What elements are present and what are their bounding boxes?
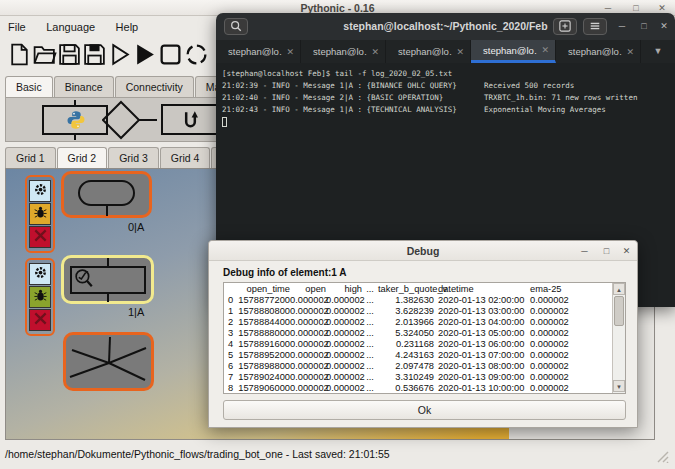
delete-x-icon (33, 228, 48, 247)
tab-grid-1[interactable]: Grid 1 (5, 147, 56, 168)
tab-basic[interactable]: Basic (5, 76, 53, 97)
menu-file[interactable]: File (0, 18, 34, 33)
terminal-search-button[interactable] (224, 18, 248, 35)
ok-button[interactable]: Ok (223, 400, 626, 420)
save-as-icon[interactable] (82, 42, 107, 67)
stop-icon[interactable] (158, 42, 183, 67)
element-1A-label: 1|A (128, 306, 144, 318)
maximize-icon[interactable]: □ (599, 243, 614, 259)
kill-icon[interactable] (184, 42, 209, 67)
menu-language[interactable]: Language (38, 18, 103, 33)
debug-table-row: 815789060000.0000020.000002...0.53667620… (226, 383, 611, 394)
debug-info-label: Debug info of element:1 A (223, 267, 347, 278)
scroll-up-icon[interactable]: ▲ (613, 283, 625, 295)
debug-table-row: 715789024000.0000020.000002...3.31024920… (226, 372, 611, 383)
debug-titlebar: Debug ─ □ ✕ (209, 241, 637, 261)
gear-icon (33, 182, 48, 201)
python-element-symbol[interactable] (42, 102, 108, 138)
delete-x-icon (33, 311, 48, 330)
terminal-cursor (222, 117, 227, 127)
terminal-tab[interactable]: stephan@lo…✕ (556, 40, 641, 63)
debug-table-row: 615788988000.0000020.000002...2.09747820… (226, 361, 611, 372)
new-tab-icon (559, 18, 571, 36)
scroll-down-icon[interactable]: ▼ (613, 380, 625, 392)
terminal-tab[interactable]: stephan@lo…✕ (471, 40, 556, 63)
tab-close-icon[interactable]: ✕ (371, 47, 379, 57)
tab-grid-4[interactable]: Grid 4 (160, 147, 211, 168)
terminal-tab[interactable]: stephan@lo…✕ (216, 40, 301, 63)
terminal-tab-label: stephan@lo… (313, 46, 367, 57)
scrollbar-thumb[interactable] (614, 296, 624, 326)
terminal-tab[interactable]: stephan@lo…✕ (301, 40, 386, 63)
tab-connectivity[interactable]: Connectivity (115, 76, 194, 97)
debug-table-row: 015788772000.0000020.000002...1.38263020… (226, 295, 611, 306)
element-1A-delete-button[interactable] (29, 309, 51, 331)
bug-icon (33, 205, 48, 224)
tab-close-icon[interactable]: ✕ (626, 47, 634, 57)
terminal-output: [stephan@localhost Feb]$ tail -f log_202… (222, 68, 675, 116)
debug-table-row: 315788880000.0000020.000002...5.32405020… (226, 328, 611, 339)
tab-close-icon[interactable]: ✕ (456, 47, 464, 57)
debug-table-header: open_timeopenhigh...taker_b_quote_vdatet… (226, 284, 611, 295)
debug-table-row: 115788808000.0000020.000002...3.62823920… (226, 306, 611, 317)
debug-dialog: Debug ─ □ ✕ Debug info of element:1 A op… (208, 240, 638, 428)
tab-binance[interactable]: Binance (54, 76, 114, 97)
tab-grid-2[interactable]: Grid 2 (57, 147, 108, 168)
debug-output-area[interactable]: open_timeopenhigh...taker_b_quote_vdatet… (223, 282, 626, 394)
menu-help[interactable]: Help (108, 18, 147, 33)
close-icon[interactable]: ✕ (656, 18, 672, 35)
hamburger-menu-icon (589, 18, 601, 36)
debug-table-row: 215788844000.0000020.000002...2.01396620… (226, 317, 611, 328)
new-file-icon[interactable] (7, 42, 32, 67)
terminal-tab-label: stephan@lo… (398, 46, 452, 57)
status-text: /home/stephan/Dokumente/Pythonic_flows/t… (5, 448, 390, 460)
tab-close-icon[interactable]: ✕ (541, 45, 549, 55)
element-1A-buttons (25, 258, 55, 336)
return-element-symbol[interactable] (161, 104, 221, 136)
save-icon[interactable] (57, 42, 82, 67)
terminal-tab-label: stephan@lo… (568, 46, 622, 57)
terminal-tab-bar: stephan@lo…✕stephan@lo…✕stephan@lo…✕step… (216, 40, 675, 63)
scrollbar[interactable]: ▲ ▼ (612, 283, 625, 393)
tab-close-icon[interactable]: ✕ (286, 47, 294, 57)
element-1A[interactable] (61, 255, 154, 304)
open-file-icon[interactable] (32, 42, 57, 67)
python-logo-icon (66, 110, 86, 130)
magnifier-chart-icon (72, 267, 97, 296)
terminal-tab-label: stephan@lo… (228, 46, 282, 57)
tab-grid-3[interactable]: Grid 3 (108, 147, 159, 168)
element-0A-delete-button[interactable] (29, 226, 51, 248)
debug-title: Debug (209, 241, 637, 261)
element-0A-buttons (25, 175, 55, 253)
minimize-icon[interactable]: ─ (614, 18, 630, 35)
element-1A-config-button[interactable] (29, 263, 51, 285)
tab-list-dropdown-icon[interactable]: ▼ (641, 40, 675, 63)
run-icon[interactable] (132, 42, 157, 67)
close-icon[interactable]: ✕ (619, 243, 634, 259)
minimize-icon[interactable]: ─ (577, 243, 592, 259)
run-debug-icon[interactable] (107, 42, 132, 67)
status-bar: /home/stephan/Dokumente/Pythonic_flows/t… (0, 443, 675, 469)
terminal-menu-button[interactable] (583, 18, 607, 35)
element-1A-debug-button[interactable] (29, 286, 51, 308)
bug-icon (33, 288, 48, 307)
debug-table-row: 415788916000.0000020.000002...0.23116820… (226, 339, 611, 350)
terminal-tab-label: stephan@lo… (483, 45, 537, 56)
element-0A-debug-button[interactable] (29, 203, 51, 225)
debug-dataframe: open_timeopenhigh...taker_b_quote_vdatet… (226, 284, 611, 394)
element-0A-label: 0|A (128, 221, 144, 233)
connector-element[interactable] (63, 332, 154, 391)
debug-table-row: 515788952000.0000020.000002...4.24316320… (226, 350, 611, 361)
terminal-titlebar: stephan@localhost:~/Pythonic_2020/Feb ─ … (216, 13, 675, 40)
terminal-tab[interactable]: stephan@lo…✕ (386, 40, 471, 63)
branch-element-symbol[interactable] (102, 100, 158, 140)
gear-icon (33, 265, 48, 284)
resize-grip[interactable] (653, 449, 669, 463)
element-0A-config-button[interactable] (29, 180, 51, 202)
terminal-new-tab-button[interactable] (553, 18, 577, 35)
maximize-icon[interactable]: □ (636, 18, 652, 35)
search-icon (230, 18, 242, 36)
element-0A[interactable] (61, 171, 152, 218)
